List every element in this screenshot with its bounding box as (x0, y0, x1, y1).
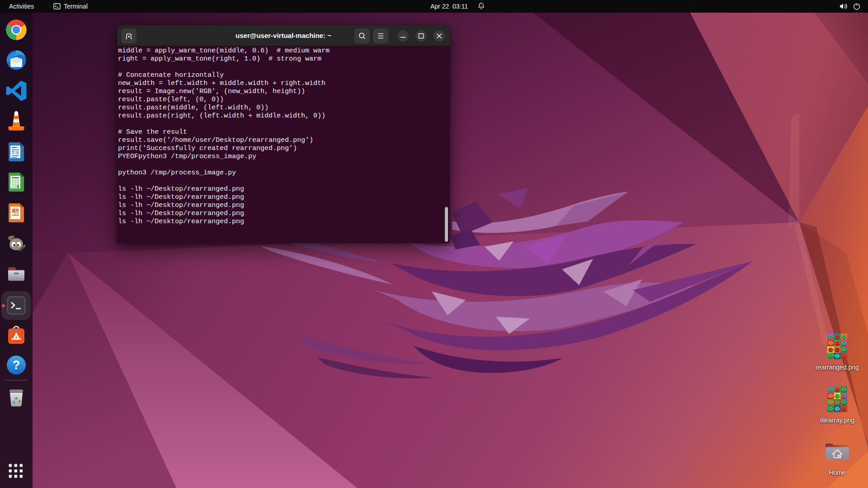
svg-text:?: ? (13, 358, 20, 372)
